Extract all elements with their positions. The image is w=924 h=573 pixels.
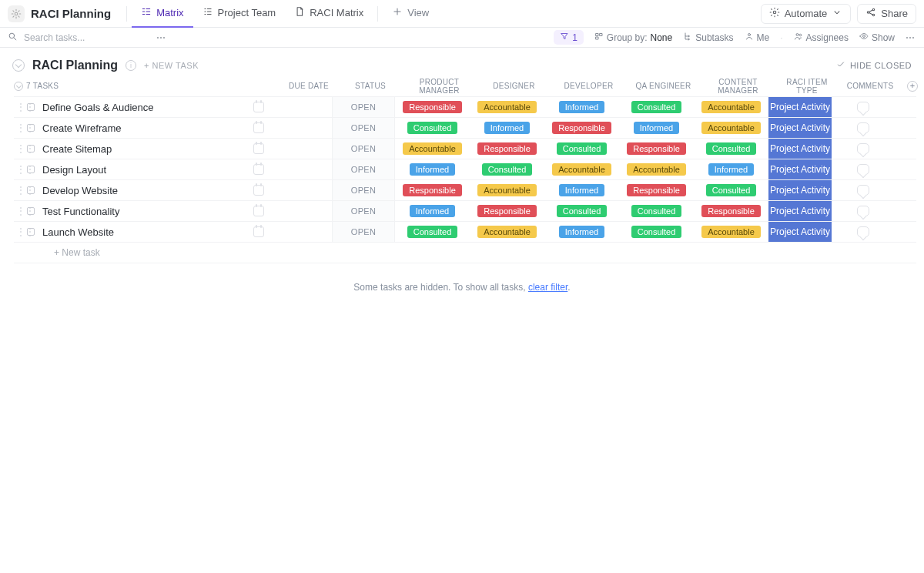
role-cell[interactable]: Informed: [544, 101, 619, 113]
status-dot[interactable]: [27, 228, 35, 236]
status-cell[interactable]: OPEN: [332, 139, 395, 159]
column-qa-engineer[interactable]: QA ENGINEER: [626, 82, 701, 90]
task-cell[interactable]: ⋮⋮ Develop Website: [16, 185, 272, 196]
role-cell[interactable]: Accountable: [470, 101, 544, 113]
clear-filter-link[interactable]: clear filter: [528, 282, 567, 293]
role-cell[interactable]: Accountable: [470, 184, 544, 196]
hide-closed-button[interactable]: HIDE CLOSED: [836, 60, 912, 71]
column-developer[interactable]: DEVELOPER: [551, 82, 626, 90]
type-cell[interactable]: Project Activity: [768, 222, 832, 242]
role-cell[interactable]: Responsible: [619, 184, 694, 196]
role-cell[interactable]: Responsible: [619, 142, 694, 155]
collapse-toggle[interactable]: [12, 59, 25, 72]
status-dot[interactable]: [27, 103, 35, 111]
share-button[interactable]: Share: [857, 4, 916, 24]
status-cell[interactable]: OPEN: [332, 201, 395, 221]
table-row[interactable]: ⋮⋮ Create Wireframe OPEN ConsultedInform…: [14, 118, 916, 139]
role-cell[interactable]: Accountable: [619, 163, 694, 176]
task-cell[interactable]: ⋮⋮ Define Goals & Audience: [16, 102, 272, 113]
role-cell[interactable]: Responsible: [395, 184, 470, 196]
calendar-icon[interactable]: [253, 102, 264, 112]
status-cell[interactable]: OPEN: [332, 180, 395, 200]
drag-handle-icon[interactable]: ⋮⋮: [16, 227, 25, 236]
column-designer[interactable]: DESIGNER: [477, 82, 551, 90]
role-cell[interactable]: Accountable: [470, 226, 544, 238]
role-cell[interactable]: Consulted: [619, 205, 694, 217]
role-cell[interactable]: Accountable: [694, 226, 768, 238]
new-task-row[interactable]: + New task: [14, 243, 916, 263]
role-cell[interactable]: Responsible: [395, 101, 470, 113]
show-button[interactable]: Show: [859, 32, 895, 43]
table-row[interactable]: ⋮⋮ Design Layout OPEN InformedConsultedA…: [14, 159, 916, 180]
automate-button[interactable]: Automate: [761, 4, 852, 24]
type-cell[interactable]: Project Activity: [768, 201, 832, 221]
status-dot[interactable]: [27, 207, 35, 215]
task-cell[interactable]: ⋮⋮ Create Wireframe: [16, 122, 272, 134]
comment-icon[interactable]: [857, 143, 869, 154]
status-dot[interactable]: [27, 145, 35, 152]
role-cell[interactable]: Accountable: [694, 122, 768, 134]
calendar-icon[interactable]: [253, 143, 264, 154]
column-comments[interactable]: COMMENTS: [839, 82, 902, 90]
toolbar-more-button[interactable]: ⋯: [906, 32, 916, 43]
calendar-icon[interactable]: [253, 164, 264, 175]
subtasks-button[interactable]: Subtasks: [683, 32, 733, 43]
type-cell[interactable]: Project Activity: [768, 159, 832, 179]
drag-handle-icon[interactable]: ⋮⋮: [16, 123, 25, 132]
status-cell[interactable]: OPEN: [332, 222, 395, 242]
type-cell[interactable]: Project Activity: [768, 180, 832, 200]
role-cell[interactable]: Consulted: [470, 163, 544, 176]
role-cell[interactable]: Consulted: [395, 122, 470, 134]
filter-badge[interactable]: 1: [554, 30, 584, 45]
role-cell[interactable]: Responsible: [544, 122, 619, 134]
role-cell[interactable]: Informed: [470, 122, 544, 134]
group-by-button[interactable]: Group by: None: [594, 32, 672, 43]
role-cell[interactable]: Informed: [395, 163, 470, 176]
comment-icon[interactable]: [857, 185, 869, 196]
column-raci-type[interactable]: RACI ITEM TYPE: [775, 78, 839, 95]
comment-icon[interactable]: [857, 102, 869, 112]
status-dot[interactable]: [27, 186, 35, 194]
status-dot[interactable]: [27, 166, 35, 173]
table-row[interactable]: ⋮⋮ Create Sitemap OPEN AccountableRespon…: [14, 139, 916, 159]
role-cell[interactable]: Accountable: [544, 163, 619, 176]
drag-handle-icon[interactable]: ⋮⋮: [16, 206, 25, 216]
role-cell[interactable]: Consulted: [619, 226, 694, 238]
task-cell[interactable]: ⋮⋮ Test Functionality: [16, 206, 272, 217]
comments-cell[interactable]: [832, 226, 895, 237]
drag-handle-icon[interactable]: ⋮⋮: [16, 165, 25, 174]
drag-handle-icon[interactable]: ⋮⋮: [16, 144, 25, 153]
role-cell[interactable]: Accountable: [694, 101, 768, 113]
task-cell[interactable]: ⋮⋮ Create Sitemap: [16, 143, 272, 155]
role-cell[interactable]: Responsible: [694, 205, 768, 217]
column-content-manager[interactable]: CONTENT MANAGER: [701, 78, 775, 95]
me-button[interactable]: Me: [745, 32, 770, 43]
status-dot[interactable]: [27, 124, 35, 132]
table-row[interactable]: ⋮⋮ Define Goals & Audience OPEN Responsi…: [14, 97, 916, 118]
search-more-button[interactable]: ⋯: [156, 32, 167, 43]
role-cell[interactable]: Informed: [619, 122, 694, 134]
comments-cell[interactable]: [832, 143, 895, 154]
comments-cell[interactable]: [832, 102, 895, 112]
column-product-manager[interactable]: PRODUCT MANAGER: [402, 78, 477, 95]
assignees-button[interactable]: Assignees: [794, 32, 849, 43]
add-column-button[interactable]: +: [902, 81, 923, 92]
calendar-icon[interactable]: [253, 226, 264, 237]
calendar-icon[interactable]: [253, 185, 264, 196]
calendar-icon[interactable]: [253, 206, 264, 216]
status-cell[interactable]: OPEN: [332, 118, 395, 138]
comment-icon[interactable]: [857, 226, 869, 237]
new-task-inline-button[interactable]: + NEW TASK: [144, 61, 199, 70]
role-cell[interactable]: Consulted: [544, 205, 619, 217]
comments-cell[interactable]: [832, 206, 895, 216]
tab-raci-matrix[interactable]: RACI Matrix: [285, 0, 373, 28]
role-cell[interactable]: Consulted: [619, 101, 694, 113]
role-cell[interactable]: Accountable: [395, 142, 470, 155]
select-all-toggle[interactable]: [14, 82, 23, 91]
type-cell[interactable]: Project Activity: [768, 97, 832, 117]
task-cell[interactable]: ⋮⋮ Design Layout: [16, 164, 272, 176]
comments-cell[interactable]: [832, 185, 895, 196]
role-cell[interactable]: Responsible: [470, 142, 544, 155]
type-cell[interactable]: Project Activity: [768, 139, 832, 159]
role-cell[interactable]: Informed: [395, 205, 470, 217]
